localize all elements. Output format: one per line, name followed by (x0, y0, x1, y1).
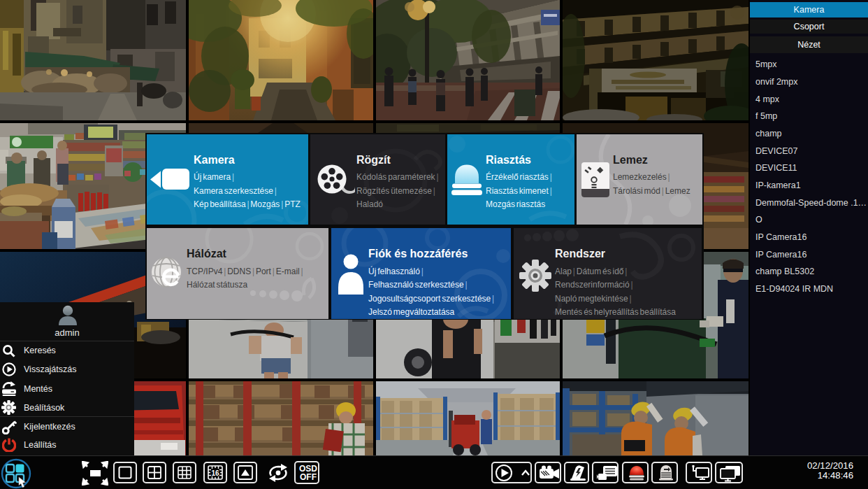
svg-text:16: 16 (211, 469, 219, 477)
